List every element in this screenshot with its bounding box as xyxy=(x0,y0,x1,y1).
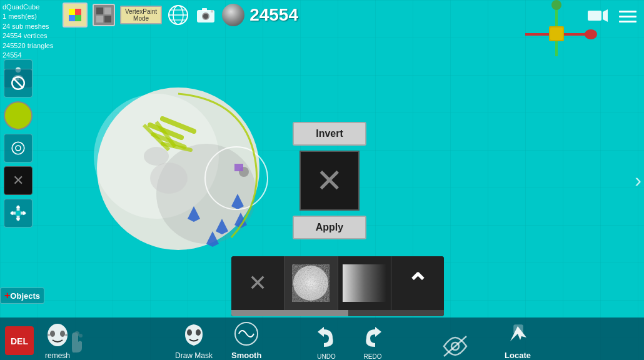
chevron-brush-icon: ⌃ xyxy=(406,268,428,299)
svg-rect-5 xyxy=(96,8,103,14)
hamburger-menu-icon[interactable] xyxy=(616,5,639,28)
svg-point-24 xyxy=(585,29,597,39)
smooth-label: Smooth xyxy=(231,351,261,360)
svg-rect-26 xyxy=(550,28,563,40)
remesh-button[interactable]: remesh xyxy=(44,322,71,360)
svg-rect-2 xyxy=(69,15,75,21)
object-info-panel: dQuadCube 1 mesh(es) 24 sub meshes 24554… xyxy=(3,2,53,60)
svg-rect-18 xyxy=(211,10,213,12)
undo-button[interactable]: UNDO xyxy=(313,324,340,360)
brush-progress-fill xyxy=(231,310,348,316)
globe-icon[interactable] xyxy=(167,4,189,26)
brush-slot-x[interactable]: ✕ xyxy=(231,256,284,310)
svg-point-31 xyxy=(12,142,24,154)
brush-progress-bar[interactable] xyxy=(231,310,444,316)
undo-label: UNDO xyxy=(317,353,335,360)
triangles-count: 245520 triangles xyxy=(3,41,53,51)
svg-rect-3 xyxy=(75,15,81,21)
svg-point-16 xyxy=(203,14,208,19)
svg-point-69 xyxy=(187,329,192,336)
svg-rect-7 xyxy=(96,16,103,22)
color-dot-tool[interactable] xyxy=(4,101,33,130)
svg-point-59 xyxy=(293,266,328,301)
svg-point-66 xyxy=(60,331,65,337)
vertices-count: 24554 vertices xyxy=(3,31,53,41)
draw-mask-label: Draw Mask xyxy=(175,351,213,360)
gizmo-widget xyxy=(513,0,600,62)
popup-canvas-preview: ✕ xyxy=(299,151,360,211)
draw-mask-icon xyxy=(180,321,208,350)
svg-point-42 xyxy=(156,144,256,244)
brush-slot-gradient[interactable] xyxy=(338,256,391,310)
svg-point-43 xyxy=(150,162,188,194)
locate-label: Locate xyxy=(505,351,531,360)
svg-point-44 xyxy=(144,147,169,166)
svg-point-32 xyxy=(16,146,21,151)
locate-icon xyxy=(504,320,531,349)
svg-marker-20 xyxy=(603,9,608,22)
hamburger-line-1 xyxy=(619,11,636,12)
smooth-icon xyxy=(233,320,260,349)
material-preview-icon[interactable] xyxy=(93,4,115,26)
svg-point-63 xyxy=(79,334,83,338)
noise-brush-icon xyxy=(292,264,330,302)
svg-rect-58 xyxy=(234,164,243,171)
svg-rect-6 xyxy=(104,8,111,14)
gradient-brush-icon xyxy=(343,264,386,302)
x-brush-icon: ✕ xyxy=(248,270,267,296)
undo-redo-group: UNDO REDO xyxy=(313,324,386,360)
remesh-icon xyxy=(44,322,71,350)
object-name: dQuadCube xyxy=(3,2,53,12)
vertex-paint-button[interactable]: VertexPaint Mode xyxy=(120,6,162,24)
top-toolbar: VertexPaint Mode 24554 xyxy=(63,2,298,28)
popup-panel: Invert ✕ Apply xyxy=(293,122,366,239)
svg-point-22 xyxy=(551,0,561,10)
ring-tool[interactable] xyxy=(4,134,33,162)
vertex-count-display: 24554 xyxy=(249,5,298,25)
redo-button[interactable]: REDO xyxy=(359,324,386,360)
brush-slot-chevron[interactable]: ⌃ xyxy=(391,256,444,310)
locate-button[interactable]: Locate xyxy=(504,320,531,360)
mesh-count: 1 mesh(es) xyxy=(3,12,53,21)
svg-point-65 xyxy=(50,331,55,337)
hamburger-line-2 xyxy=(619,16,636,18)
draw-mask-button[interactable]: Draw Mask xyxy=(175,321,213,360)
brush-slots-container: ✕ xyxy=(231,256,444,310)
smooth-button[interactable]: Smooth xyxy=(231,320,261,360)
svg-rect-0 xyxy=(69,9,75,15)
no-circle-tool[interactable] xyxy=(4,69,33,98)
x-mark-icon: ✕ xyxy=(316,164,343,197)
svg-rect-17 xyxy=(202,8,207,11)
right-panel-arrow[interactable]: › xyxy=(635,169,641,192)
hamburger-line-3 xyxy=(619,21,636,22)
hide-button[interactable] xyxy=(441,332,469,360)
objects-button[interactable]: +Objects xyxy=(0,288,44,304)
brush-panel: ✕ xyxy=(231,256,444,316)
remesh-label: remesh xyxy=(45,351,70,360)
svg-rect-8 xyxy=(104,16,111,22)
redo-label: REDO xyxy=(364,353,382,360)
apply-button[interactable]: Apply xyxy=(293,216,366,239)
x-close-tool[interactable]: ✕ xyxy=(4,166,33,195)
move-tool[interactable] xyxy=(4,199,33,228)
camera-icon[interactable] xyxy=(194,4,217,26)
sub-meshes: 24 sub meshes xyxy=(3,22,53,31)
svg-rect-39 xyxy=(16,211,21,216)
svg-line-73 xyxy=(444,336,466,356)
left-toolbar: ✕ xyxy=(4,69,33,228)
invert-button[interactable]: Invert xyxy=(293,122,366,146)
svg-point-67 xyxy=(48,334,50,336)
svg-text:DEL: DEL xyxy=(11,336,28,346)
color-cube-icon[interactable] xyxy=(63,2,88,28)
delete-button[interactable]: DEL xyxy=(5,326,34,355)
svg-point-68 xyxy=(65,334,68,336)
3d-sculpt-object[interactable] xyxy=(81,69,275,262)
svg-line-30 xyxy=(13,78,23,88)
sphere-material-preview[interactable] xyxy=(222,4,244,26)
svg-rect-1 xyxy=(75,9,81,15)
svg-point-62 xyxy=(74,331,79,336)
svg-point-70 xyxy=(196,329,201,336)
brush-slot-noise[interactable] xyxy=(284,256,338,310)
